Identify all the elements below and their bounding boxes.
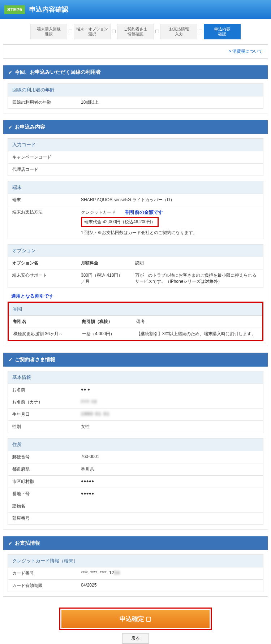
label: 建物名 <box>8 500 77 512</box>
value: 機種変更応援割 36ヶ月～ <box>9 328 78 340</box>
payment-note: 1回払い ※お支払回数はカード会社とのご契約になります。 <box>81 230 259 236</box>
step-2[interactable]: 端末・オプション 選択 <box>74 24 111 39</box>
col-head: 説明 <box>131 257 263 269</box>
sub-head: 基本情報 <box>8 371 263 384</box>
sub-head: 端末 <box>8 181 263 194</box>
value: クレジットカード 割引前の金額です 端末代金 42,000円（税込46,200円… <box>77 206 263 239</box>
value: ●●●●● <box>77 476 263 488</box>
panel-head: お支払情報 <box>3 536 268 550</box>
col-head: 備考 <box>132 316 262 328</box>
panel-application: お申込み内容 入力コード キャンペーンコード 代理店コード 端末 端末SHARP… <box>3 120 268 346</box>
annotation: 適用となる割引です <box>8 293 263 299</box>
label: 郵便番号 <box>8 451 77 463</box>
value <box>77 513 263 524</box>
step-checkbox <box>112 30 116 33</box>
panel-customer: ご契約者さま情報 基本情報 お名前●● ● お名前（カナ）ｱｲｳ ｴｵ 生年月日… <box>3 353 268 530</box>
value: 760-0001 <box>77 451 263 463</box>
step-4[interactable]: お支払情報 入力 <box>160 24 197 39</box>
label: 端末お支払方法 <box>8 206 77 239</box>
label: 端末 <box>8 194 77 206</box>
sub-head: クレジットカード情報（端末） <box>8 554 263 567</box>
label: 回線の利用者の年齢 <box>8 96 77 108</box>
discount-highlight: 割引 割引名 割引額（税抜） 備考 機種変更応援割 36ヶ月～ 一括（4,000… <box>8 302 263 341</box>
label: 部屋番号 <box>8 513 77 524</box>
value: ｱｲｳ ｴｵ <box>77 396 263 408</box>
value: 18歳以上 <box>77 96 263 108</box>
step-3[interactable]: ご契約者さま 情報確認 <box>117 24 154 39</box>
label: 代理店コード <box>8 164 77 176</box>
back-button[interactable]: 戻る <box>122 633 149 644</box>
value: 香川県 <box>77 463 263 475</box>
confirm-button[interactable]: 申込確定 ▢ <box>61 610 210 628</box>
page-header: STEP5 申込内容確認 <box>0 0 271 19</box>
confirm-highlight: 申込確定 ▢ <box>59 608 212 630</box>
panel-head: 今回、お申込みいただく回線の利用者 <box>3 65 268 79</box>
label: お名前（カナ） <box>8 396 77 408</box>
annotation: 割引前の金額です <box>125 209 163 215</box>
sub-head: 入力コード <box>8 138 263 151</box>
sub-head: 回線の利用者の年齢 <box>8 83 263 96</box>
label: 番地・号 <box>8 488 77 500</box>
label: お名前 <box>8 384 77 396</box>
value <box>77 500 263 512</box>
value: ●●●●● <box>77 488 263 500</box>
step-checkbox <box>199 30 202 33</box>
step-1[interactable]: 端末購入回線 選択 <box>30 24 67 39</box>
col-head: 月額料金 <box>77 257 131 269</box>
panel-line-user: 今回、お申込みいただく回線の利用者 回線の利用者の年齢 回線の利用者の年齢18歳… <box>3 65 268 113</box>
label: 都道府県 <box>8 463 77 475</box>
step-checkbox <box>155 30 159 33</box>
value: 万が一のトラブル時にお客さまのご負担を最小限に抑えられるサービスです。（iPho… <box>131 269 263 288</box>
value: 04/2025 <box>77 580 263 592</box>
value: 一括（4,000円） <box>78 328 132 340</box>
label: カード有効期限 <box>8 580 77 592</box>
col-head: 割引額（税抜） <box>78 316 132 328</box>
value: 380円（税込 418円）／月 <box>77 269 131 288</box>
value: 女性 <box>77 421 263 433</box>
footer-actions: 申込確定 ▢ 戻る <box>0 603 271 644</box>
step-checkbox <box>69 30 72 33</box>
tax-link[interactable]: 消費税について <box>229 49 263 54</box>
col-head: オプション名 <box>8 257 77 269</box>
value: SHARP AQUOS sense5G ライトカッパー（D） <box>77 194 263 206</box>
page-title: 申込内容確認 <box>29 5 68 14</box>
sub-head: 住所 <box>8 438 263 451</box>
panel-head: ご契約者さま情報 <box>3 353 268 367</box>
step-badge: STEP5 <box>4 5 25 14</box>
label: 生年月日 <box>8 409 77 420</box>
label: キャンペーンコード <box>8 151 77 163</box>
progress-steps: 端末購入回線 選択 端末・オプション 選択 ご契約者さま 情報確認 お支払情報 … <box>0 19 271 42</box>
panel-head: お申込み内容 <box>3 120 268 134</box>
tax-notice-box: 消費税について <box>3 44 268 59</box>
value: 1980 01 01 <box>77 409 263 420</box>
value <box>77 151 263 163</box>
sub-head: オプション <box>8 244 263 257</box>
price-highlight-box: 端末代金 42,000円（税込46,200円） <box>81 217 159 227</box>
sub-head: 割引 <box>9 303 262 316</box>
label: 性別 <box>8 421 77 433</box>
label: 市区町村郡 <box>8 476 77 488</box>
panel-payment: お支払情報 クレジットカード情報（端末） カード番号****- ****- **… <box>3 536 268 597</box>
col-head: 割引名 <box>9 316 78 328</box>
value: ●● ● <box>77 384 263 396</box>
step-5[interactable]: 申込内容 確認 <box>204 24 241 39</box>
value: 端末安心サポート <box>8 269 77 288</box>
value: ****- ****- ****- 1234 <box>77 567 263 579</box>
value: 【継続割引】3年以上継続のため、端末購入時に割引します。 <box>132 328 262 340</box>
value <box>77 164 263 176</box>
label: カード番号 <box>8 567 77 579</box>
